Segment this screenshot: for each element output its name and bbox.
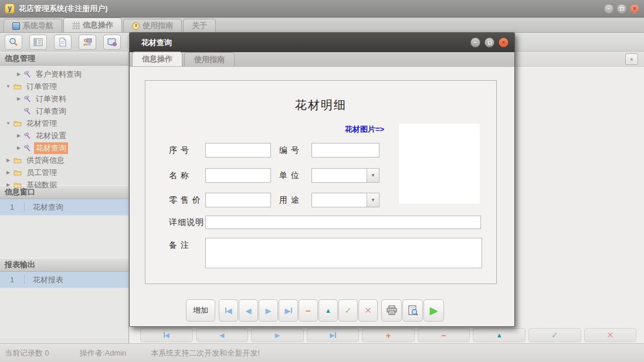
expand-arrow-icon[interactable]: ▶ xyxy=(15,71,22,77)
sidebar-header-reports: 报表输出 xyxy=(0,258,128,272)
print-preview-icon xyxy=(407,305,419,316)
tab-info-operate[interactable]: 信息操作 xyxy=(63,18,122,32)
tree-item-customer-query[interactable]: ▶客户资料查询 xyxy=(0,68,128,80)
bg-cancel-button[interactable]: ✕ xyxy=(584,328,637,342)
tree-item-flower-setting[interactable]: ▶花材设置 xyxy=(0,129,128,142)
tree-item-employee-mgmt[interactable]: ▶员工管理 xyxy=(0,166,128,179)
tool-icon xyxy=(24,132,31,139)
chevron-down-icon[interactable]: ▼ xyxy=(367,169,379,182)
print-button[interactable] xyxy=(381,299,402,322)
bg-edit-button[interactable]: ▲ xyxy=(473,328,526,342)
add-button[interactable]: 增加 xyxy=(186,299,215,322)
tree-item-label: 供货商信息 xyxy=(25,155,66,166)
retail-price-input[interactable] xyxy=(205,193,271,207)
right-arrow-icon: ▶ xyxy=(330,332,334,339)
folder-icon xyxy=(13,83,22,90)
serial-input[interactable] xyxy=(205,143,271,158)
unit-dropdown[interactable]: ▼ xyxy=(311,168,379,183)
left-arrow-icon: ◀ xyxy=(246,306,252,315)
maximize-icon xyxy=(620,7,623,11)
tree-item-flower-mgmt[interactable]: ▼花材管理 xyxy=(0,117,128,129)
tab-user-guide[interactable]: 使用指南 xyxy=(123,19,182,32)
expand-arrow-icon[interactable]: ▶ xyxy=(15,96,22,101)
row-index: 1 xyxy=(0,203,25,211)
tree-item-label: 花材设置 xyxy=(34,130,68,142)
monitor-globe-button[interactable] xyxy=(103,35,121,50)
status-message: 本系统支持二次开发和全新开发! xyxy=(151,348,260,358)
first-record-button[interactable]: ◀ xyxy=(219,299,238,322)
clock-icon xyxy=(132,22,140,30)
cancel-button[interactable]: ✕ xyxy=(358,299,378,322)
tree-item-supplier-info[interactable]: ▶供货商信息 xyxy=(0,154,128,166)
close-button[interactable]: × xyxy=(630,4,639,13)
tab-system-nav[interactable]: 系统导航 xyxy=(4,19,62,32)
tree-item-label: 花材查询 xyxy=(34,142,68,154)
flower-query-dialog: 花材查询 − × 信息操作 使用指南 花材明细 花材图片=> 序 号 编 号 名… xyxy=(129,32,515,327)
tree-item-label: 订单资料 xyxy=(34,93,68,105)
edit-record-button[interactable]: ▲ xyxy=(318,299,338,322)
usage-dropdown[interactable]: ▼ xyxy=(311,193,379,207)
minus-icon: − xyxy=(441,330,446,340)
tree-item-order-data[interactable]: ▶订单资料 xyxy=(0,93,128,105)
dialog-maximize-button[interactable] xyxy=(484,37,494,47)
bg-add-button[interactable]: + xyxy=(362,328,415,342)
run-button[interactable]: ▶ xyxy=(423,299,444,322)
dialog-minimize-button[interactable]: − xyxy=(470,37,480,47)
last-record-button[interactable]: ▶ xyxy=(279,299,298,322)
tree-item-order-query[interactable]: 订单查询 xyxy=(0,105,128,117)
bg-confirm-button[interactable]: ✓ xyxy=(528,328,581,342)
bg-next-button[interactable]: ▶ xyxy=(251,328,304,342)
tab-label: 关于 xyxy=(192,21,207,31)
expand-arrow-icon[interactable]: ▼ xyxy=(5,121,12,126)
search-button[interactable] xyxy=(5,35,22,50)
description-input[interactable] xyxy=(205,216,481,229)
tool-icon xyxy=(24,108,31,115)
previous-record-button[interactable]: ◀ xyxy=(239,299,258,322)
bg-last-button[interactable]: ▶ xyxy=(307,328,360,342)
list-item-flower-report[interactable]: 1 花材报表 xyxy=(0,272,128,288)
tree-item-flower-query[interactable]: ▶花材查询 xyxy=(0,142,128,154)
check-icon: ✓ xyxy=(344,305,352,316)
expand-arrow-icon[interactable]: ▶ xyxy=(5,170,12,175)
bg-first-button[interactable]: ◀ xyxy=(140,328,193,342)
tree-item-label: 订单查询 xyxy=(34,105,68,117)
tree-item-order-mgmt[interactable]: ▼订单管理 xyxy=(0,80,128,93)
expand-arrow-icon[interactable]: ▶ xyxy=(5,158,12,163)
remark-textarea[interactable] xyxy=(205,238,482,268)
operator-label: 操作者:Admin xyxy=(80,348,126,358)
expand-arrow-icon[interactable]: ▶ xyxy=(15,145,22,151)
tool-icon xyxy=(24,145,31,152)
user-report-button[interactable] xyxy=(79,35,96,50)
chevron-down-icon[interactable]: ▼ xyxy=(367,193,379,207)
form-list-icon xyxy=(33,37,43,47)
code-input[interactable] xyxy=(311,143,379,158)
delete-record-button[interactable]: − xyxy=(299,299,318,322)
maximize-button[interactable] xyxy=(617,4,626,13)
dialog-titlebar[interactable]: 花材查询 − × xyxy=(130,33,514,52)
print-preview-button[interactable] xyxy=(402,299,423,322)
flower-image-link[interactable]: 花材图片=> xyxy=(345,124,384,135)
form-list-button[interactable] xyxy=(29,35,47,50)
flower-image-box xyxy=(399,124,480,204)
report-output-list: 1 花材报表 xyxy=(0,272,128,339)
bg-previous-button[interactable]: ◀ xyxy=(196,328,249,342)
x-icon: ✕ xyxy=(606,330,614,340)
confirm-button[interactable]: ✓ xyxy=(338,299,358,322)
user-report-icon xyxy=(82,37,93,47)
dialog-tab-info-operate[interactable]: 信息操作 xyxy=(132,52,182,66)
flower-detail-panel: 花材明细 花材图片=> 序 号 编 号 名 称 单 位 ▼ 零 售 价 xyxy=(145,80,497,284)
document-button[interactable] xyxy=(54,35,72,50)
dialog-close-button[interactable]: × xyxy=(499,37,509,47)
dialog-tab-user-guide[interactable]: 使用指南 xyxy=(184,52,235,66)
sidebar-header-windows: 信息窗口 xyxy=(0,185,128,199)
collapse-panel-button[interactable]: « xyxy=(625,53,638,65)
expand-arrow-icon[interactable]: ▶ xyxy=(15,133,22,138)
name-input[interactable] xyxy=(205,168,271,183)
list-item-flower-query-window[interactable]: 1 花材查询 xyxy=(0,199,128,216)
minimize-button[interactable]: − xyxy=(604,4,614,13)
sidebar-header-info: 信息管理 xyxy=(0,52,128,66)
next-record-button[interactable]: ▶ xyxy=(259,299,278,322)
tab-about[interactable]: 关于 xyxy=(183,19,216,32)
bg-remove-button[interactable]: − xyxy=(418,328,470,342)
expand-arrow-icon[interactable]: ▼ xyxy=(5,84,12,89)
